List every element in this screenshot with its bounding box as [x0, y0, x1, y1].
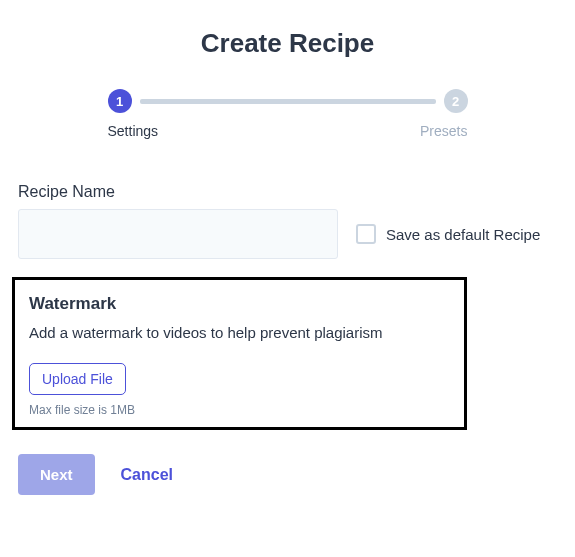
- step-line: [140, 99, 436, 104]
- watermark-title: Watermark: [29, 294, 450, 314]
- stepper: 1 2: [108, 89, 468, 113]
- step-2-label: Presets: [398, 123, 468, 139]
- page-title: Create Recipe: [18, 28, 557, 59]
- watermark-hint: Max file size is 1MB: [29, 403, 450, 417]
- actions-row: Next Cancel: [18, 454, 557, 495]
- save-default-checkbox[interactable]: [356, 224, 376, 244]
- upload-file-button[interactable]: Upload File: [29, 363, 126, 395]
- step-1-label: Settings: [108, 123, 178, 139]
- cancel-button[interactable]: Cancel: [121, 466, 173, 484]
- save-default-wrap: Save as default Recipe: [356, 224, 540, 244]
- recipe-name-label: Recipe Name: [18, 183, 557, 201]
- step-2-circle[interactable]: 2: [444, 89, 468, 113]
- recipe-name-row: Save as default Recipe: [18, 209, 557, 259]
- save-default-label: Save as default Recipe: [386, 226, 540, 243]
- recipe-name-input[interactable]: [18, 209, 338, 259]
- step-labels: Settings Presets: [108, 123, 468, 139]
- step-1-circle[interactable]: 1: [108, 89, 132, 113]
- watermark-section: Watermark Add a watermark to videos to h…: [12, 277, 467, 430]
- next-button[interactable]: Next: [18, 454, 95, 495]
- watermark-description: Add a watermark to videos to help preven…: [29, 324, 450, 341]
